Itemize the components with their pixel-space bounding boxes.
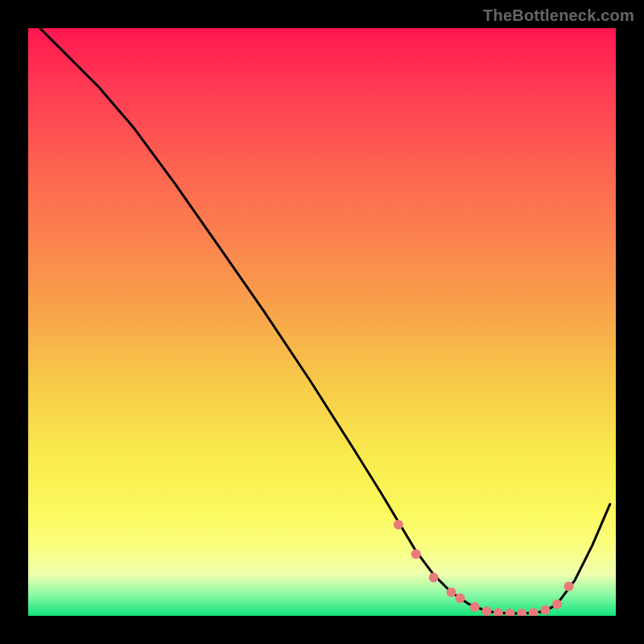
chart-svg (28, 28, 616, 616)
chart-frame: TheBottleneck.com (0, 0, 644, 644)
highlight-dot (540, 605, 550, 615)
highlight-dot (517, 609, 526, 616)
highlight-dot (447, 588, 456, 597)
highlight-dot (394, 520, 403, 530)
highlight-dots (394, 520, 574, 616)
highlight-dot (552, 599, 562, 609)
highlight-dot (506, 609, 515, 616)
bottleneck-curve (40, 28, 610, 613)
highlight-dot (429, 573, 439, 583)
highlight-dot (470, 602, 480, 612)
highlight-dot (564, 582, 574, 592)
watermark-label: TheBottleneck.com (483, 6, 634, 25)
highlight-dot (456, 593, 465, 603)
highlight-dot (481, 606, 491, 616)
plot-area (28, 28, 616, 616)
highlight-dot (529, 608, 539, 616)
highlight-dot (411, 549, 421, 559)
highlight-dot (493, 608, 503, 616)
